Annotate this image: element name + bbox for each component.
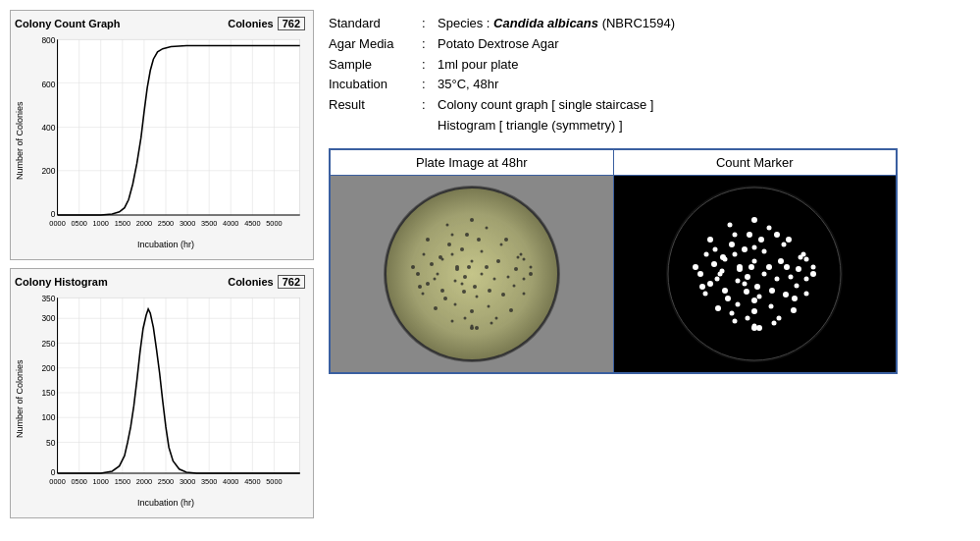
info-row-agar: Agar Media : Potato Dextrose Agar [329,34,970,55]
svg-point-92 [496,259,500,263]
svg-point-94 [501,293,505,297]
svg-point-189 [707,281,713,287]
svg-point-186 [799,254,803,259]
svg-point-166 [722,288,728,294]
svg-point-197 [699,284,705,290]
svg-point-176 [736,278,741,283]
svg-point-75 [465,233,469,237]
svg-text:5000: 5000 [266,219,282,228]
svg-point-149 [791,307,797,313]
svg-text:0500: 0500 [71,219,86,228]
svg-point-86 [421,292,424,295]
svg-text:250: 250 [41,339,55,349]
image-table-header: Plate Image at 48hr Count Marker [331,150,896,176]
svg-point-103 [485,265,489,269]
svg-point-200 [745,274,750,280]
plate-image-svg [379,181,565,367]
svg-text:3500: 3500 [201,219,217,228]
count-marker-svg [661,181,848,367]
svg-point-77 [504,238,508,242]
svg-point-143 [747,232,752,238]
svg-point-132 [463,275,467,279]
svg-point-107 [462,290,466,294]
svg-text:4000: 4000 [223,477,238,486]
svg-text:3000: 3000 [180,219,195,228]
svg-point-135 [460,282,463,285]
svg-point-170 [752,258,757,263]
svg-point-113 [447,243,451,246]
y-axis-label-1: Number of Colonies [15,32,25,249]
svg-point-120 [499,243,502,245]
image-table-body [331,176,896,372]
y-axis-label-2: Number of Colonies [15,291,25,508]
agar-value: Potato Dextrose Agar [438,34,970,55]
svg-point-177 [737,266,743,272]
svg-point-171 [766,264,772,270]
svg-point-93 [506,275,509,278]
svg-point-82 [490,321,492,324]
svg-text:3000: 3000 [180,477,195,486]
svg-point-175 [744,289,749,295]
svg-point-136 [467,265,471,269]
result-line1: Colony count graph [ single staircase ] [438,97,653,112]
svg-point-108 [453,279,456,282]
svg-point-131 [450,252,453,255]
svg-text:150: 150 [41,388,55,398]
svg-point-129 [418,285,422,289]
sample-value: 1ml pour plate [438,55,970,76]
svg-point-127 [470,218,474,222]
svg-text:1500: 1500 [115,219,130,228]
svg-point-156 [704,251,709,256]
colonies-label-1: Colonies [228,18,273,29]
svg-point-162 [783,292,789,298]
svg-point-81 [509,308,513,312]
right-panel: Standard : Species : Candida albicans (N… [324,10,970,531]
incubation-label: Incubation [329,75,422,95]
svg-point-192 [733,232,738,237]
svg-point-84 [450,319,453,322]
svg-point-159 [762,248,767,253]
svg-text:5000: 5000 [266,477,282,486]
svg-point-150 [772,320,777,325]
svg-text:50: 50 [46,438,56,448]
svg-point-116 [494,316,497,319]
svg-point-124 [450,233,453,236]
svg-point-80 [522,292,525,295]
svg-point-165 [736,301,741,306]
svg-point-168 [720,254,726,260]
svg-point-121 [426,282,430,286]
svg-point-210 [792,296,798,301]
svg-point-199 [733,251,738,256]
svg-point-190 [804,276,809,281]
svg-text:300: 300 [41,313,55,323]
svg-point-209 [713,246,718,251]
x-axis-label-2: Incubation (hr) [26,498,305,508]
svg-text:2000: 2000 [136,477,152,486]
svg-point-147 [810,271,816,277]
svg-point-104 [492,277,495,280]
svg-text:800: 800 [41,35,55,45]
standard-label: Standard [329,14,422,34]
svg-point-119 [443,297,447,300]
svg-point-204 [748,264,754,270]
svg-point-112 [512,284,515,287]
svg-point-88 [422,252,425,255]
svg-point-117 [430,262,434,266]
svg-point-172 [775,276,780,281]
svg-text:2000: 2000 [136,219,152,228]
svg-text:4500: 4500 [244,477,260,486]
col-header-plate: Plate Image at 48hr [331,150,614,175]
svg-point-133 [480,272,483,275]
colony-count-svg: 800 600 400 200 0 0000 0500 1000 1500 20… [26,32,305,238]
svg-point-207 [752,244,757,249]
svg-text:1500: 1500 [115,477,130,486]
svg-point-125 [411,265,415,269]
incubation-value: 35°C, 48hr [438,75,970,95]
species-italic: Candida albicans [490,16,598,30]
svg-point-152 [733,318,738,323]
standard-value: Species : Candida albicans (NBRC1594) [438,14,970,34]
svg-point-195 [751,217,757,223]
svg-point-115 [477,238,481,242]
svg-point-158 [742,246,748,252]
svg-point-191 [756,325,762,331]
